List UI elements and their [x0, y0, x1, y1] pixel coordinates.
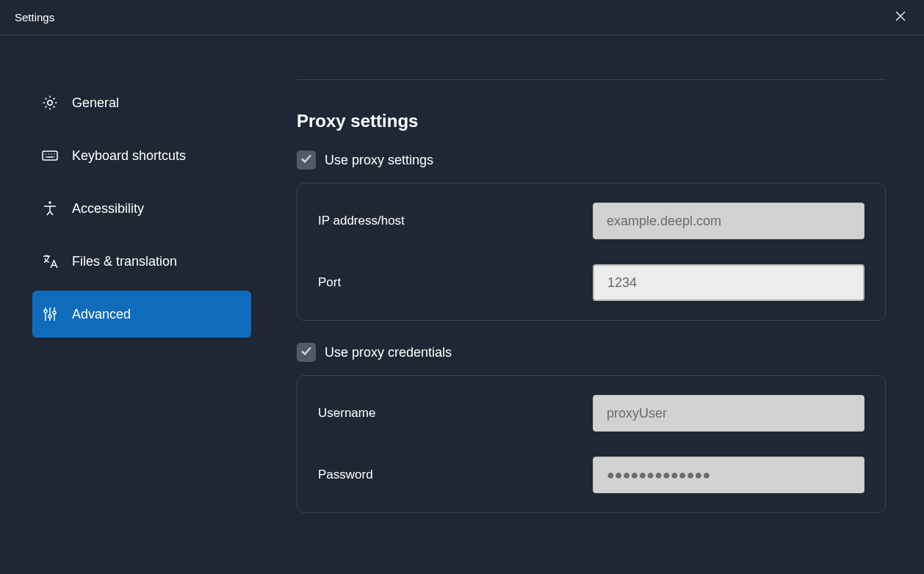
- field-row-username: Username: [318, 395, 865, 432]
- use-proxy-settings-checkbox[interactable]: Use proxy settings: [297, 150, 886, 170]
- username-input[interactable]: [593, 395, 865, 432]
- check-icon: [300, 344, 313, 360]
- field-row-password: Password: [318, 457, 865, 493]
- keyboard-icon: [41, 147, 59, 164]
- section-title: Proxy settings: [297, 111, 886, 131]
- close-button[interactable]: [889, 6, 912, 29]
- sidebar-item-label: Accessibility: [72, 201, 144, 217]
- svg-point-2: [48, 201, 51, 204]
- field-label: Port: [318, 275, 341, 290]
- sidebar-item-label: General: [72, 95, 119, 111]
- window-title: Settings: [15, 11, 54, 23]
- gear-icon: [41, 94, 59, 112]
- sidebar: General Keyboard shortcuts Accessibility…: [0, 35, 264, 574]
- checkbox-box: [297, 343, 316, 362]
- sidebar-item-files-translation[interactable]: Files & translation: [32, 238, 251, 285]
- sidebar-item-general[interactable]: General: [32, 79, 251, 126]
- close-icon: [895, 11, 906, 24]
- sidebar-item-label: Files & translation: [72, 254, 177, 269]
- divider: [297, 79, 886, 80]
- sidebar-item-accessibility[interactable]: Accessibility: [32, 185, 251, 232]
- main-content: Proxy settings Use proxy settings IP add…: [264, 35, 924, 574]
- sidebar-item-label: Advanced: [72, 307, 131, 322]
- field-label: IP address/host: [318, 214, 405, 228]
- field-row-ip-host: IP address/host: [318, 203, 865, 239]
- checkbox-label: Use proxy settings: [325, 153, 433, 168]
- checkbox-label: Use proxy credentials: [325, 345, 452, 360]
- field-label: Username: [318, 406, 375, 421]
- checkbox-box: [297, 150, 316, 170]
- ip-host-input[interactable]: [593, 203, 865, 239]
- proxy-credentials-group: Username Password: [297, 375, 886, 513]
- accessibility-icon: [41, 200, 59, 217]
- use-proxy-credentials-checkbox[interactable]: Use proxy credentials: [297, 343, 886, 362]
- sidebar-item-advanced[interactable]: Advanced: [32, 291, 251, 338]
- svg-point-3: [44, 310, 47, 313]
- sidebar-item-keyboard-shortcuts[interactable]: Keyboard shortcuts: [32, 132, 251, 179]
- titlebar: Settings: [0, 0, 924, 35]
- check-icon: [300, 152, 313, 168]
- translate-icon: [41, 253, 59, 270]
- proxy-settings-group: IP address/host Port: [297, 183, 886, 321]
- svg-point-4: [48, 315, 51, 318]
- svg-point-0: [48, 101, 52, 105]
- sliders-icon: [41, 305, 59, 323]
- svg-point-5: [53, 311, 56, 314]
- password-input[interactable]: [593, 457, 865, 493]
- field-row-port: Port: [318, 264, 865, 301]
- svg-rect-1: [43, 151, 57, 160]
- sidebar-item-label: Keyboard shortcuts: [72, 148, 186, 164]
- port-input[interactable]: [593, 264, 865, 301]
- field-label: Password: [318, 468, 373, 482]
